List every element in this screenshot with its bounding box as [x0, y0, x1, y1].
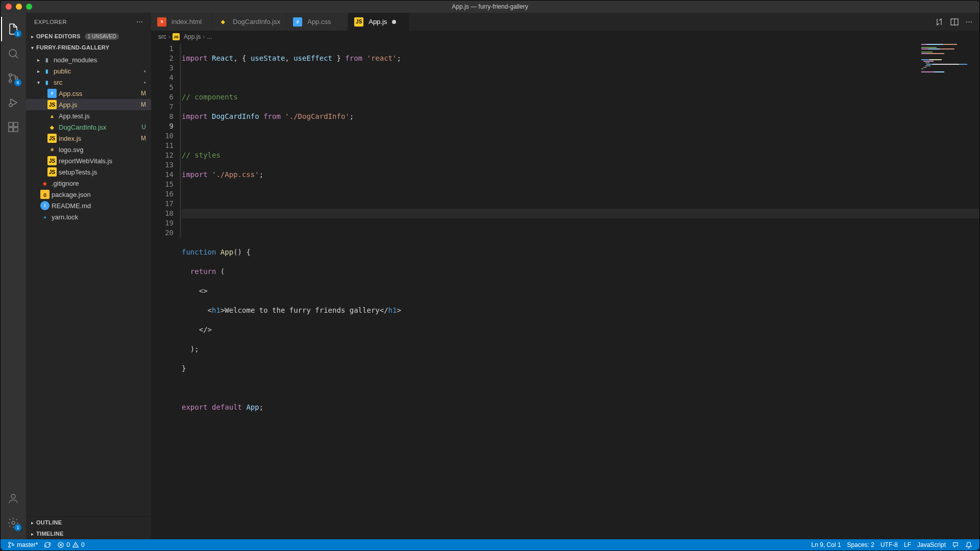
svg-point-11: [11, 494, 15, 498]
status-branch[interactable]: master*: [5, 539, 41, 550]
outline-section[interactable]: ▸ OUTLINE: [26, 517, 151, 528]
js-icon: JS: [47, 156, 57, 165]
tree-file-yarnlock[interactable]: ● yarn.lock: [26, 211, 151, 222]
tree-label: .gitignore: [52, 180, 146, 187]
breadcrumbs[interactable]: src › JS App.js › ...: [151, 31, 979, 43]
yarn-icon: ●: [40, 212, 50, 221]
window-close-button[interactable]: [6, 4, 12, 10]
markdown-icon: i: [40, 201, 50, 210]
tree-file-dogcard[interactable]: ◆ DogCardInfo.jsx U: [26, 121, 151, 133]
tree-file-appjs[interactable]: JS App.js M: [26, 99, 151, 110]
feedback-icon: [952, 541, 959, 548]
tree-label: README.md: [52, 202, 146, 210]
chevron-right-icon: ▸: [28, 531, 36, 537]
tree-label: setupTests.js: [59, 168, 146, 176]
tree-folder-node-modules[interactable]: ▸ ▮ node_modules: [26, 54, 151, 65]
status-feedback[interactable]: [949, 541, 962, 548]
tabs-bar: 5 index.html ◆ DogCardInfo.jsx # App.css…: [151, 13, 979, 31]
svg-point-0: [9, 49, 16, 57]
status-spaces[interactable]: Spaces: 2: [844, 541, 877, 548]
tab-label: App.js: [369, 18, 387, 26]
warning-count: 0: [81, 541, 85, 548]
status-sync[interactable]: [41, 539, 54, 550]
js-icon: JS: [173, 33, 180, 40]
tab-label: App.css: [307, 18, 331, 26]
chevron-down-icon: ▾: [34, 80, 42, 85]
modified-dot-icon: ●: [143, 69, 146, 73]
titlebar: App.js — furry-friend-gallery: [1, 1, 979, 13]
bell-icon: [965, 541, 972, 548]
tab-index-html[interactable]: 5 index.html: [151, 13, 212, 31]
tree-label: yarn.lock: [52, 213, 146, 221]
open-editors-label: OPEN EDITORS: [36, 33, 81, 39]
status-language[interactable]: JavaScript: [914, 541, 949, 548]
breadcrumb-item[interactable]: src: [158, 33, 166, 40]
chevron-right-icon: ›: [203, 33, 205, 40]
more-actions-icon[interactable]: ⋯: [966, 18, 972, 26]
explorer-badge: 1: [14, 30, 21, 37]
svg-rect-10: [14, 122, 18, 127]
window-minimize-button[interactable]: [16, 4, 22, 10]
tree-file-readme[interactable]: i README.md: [26, 200, 151, 211]
code-content[interactable]: import React, { useState, useEffect } fr…: [182, 43, 979, 539]
project-label: FURRY-FRIEND-GALLERY: [36, 44, 109, 51]
css-icon: #: [47, 89, 57, 98]
status-problems[interactable]: 0 0: [54, 539, 87, 550]
status-eol[interactable]: LF: [901, 541, 914, 548]
css-icon: #: [293, 17, 302, 27]
svg-point-17: [12, 544, 14, 546]
tree-file-reportwv[interactable]: JS reportWebVitals.js: [26, 155, 151, 166]
sidebar-more-icon[interactable]: ⋯: [136, 18, 143, 26]
tree-file-indexjs[interactable]: JS index.js M: [26, 133, 151, 144]
error-icon: [57, 541, 64, 548]
status-encoding[interactable]: UTF-8: [877, 541, 901, 548]
tree-file-setuptests[interactable]: JS setupTests.js: [26, 166, 151, 178]
compare-changes-icon[interactable]: [935, 18, 943, 26]
timeline-section[interactable]: ▸ TIMELINE: [26, 528, 151, 539]
tree-file-packagejson[interactable]: {} package.json: [26, 189, 151, 200]
minimap[interactable]: [921, 44, 972, 69]
chevron-down-icon: ▾: [28, 45, 36, 51]
activity-extensions[interactable]: [1, 115, 26, 139]
open-editors-section[interactable]: ▸ OPEN EDITORS 1 UNSAVED: [26, 31, 151, 42]
split-editor-icon[interactable]: [950, 18, 959, 26]
activity-account[interactable]: [1, 486, 26, 511]
chevron-right-icon: ▸: [28, 520, 36, 525]
tree-label: reportWebVitals.js: [59, 157, 146, 165]
window-title: App.js — furry-friend-gallery: [452, 3, 528, 10]
activity-explorer[interactable]: 1: [1, 17, 26, 41]
tree-file-logosvg[interactable]: ✶ logo.svg: [26, 144, 151, 155]
tab-dogcardinfo[interactable]: ◆ DogCardInfo.jsx: [212, 13, 287, 31]
tab-appjs[interactable]: JS App.js: [348, 13, 409, 31]
file-tree: ▸ ▮ node_modules ▸ ▮ public ● ▾ ▮ src ●: [26, 53, 151, 516]
activity-settings[interactable]: 1: [1, 511, 26, 535]
chevron-right-icon: ▸: [28, 34, 36, 39]
window-maximize-button[interactable]: [26, 4, 32, 10]
branch-name: master*: [17, 541, 38, 548]
tree-folder-src[interactable]: ▾ ▮ src ●: [26, 77, 151, 88]
project-section[interactable]: ▾ FURRY-FRIEND-GALLERY: [26, 42, 151, 53]
tree-label: DogCardInfo.jsx: [59, 123, 139, 131]
activity-debug[interactable]: [1, 90, 26, 115]
folder-icon: ▮: [42, 66, 52, 76]
activity-scm[interactable]: 6: [1, 66, 26, 90]
code-editor[interactable]: 1 2 3 4 5 6 7 8 9 10 11 12 13 14 15 16 1: [151, 43, 979, 539]
git-icon: ◆: [40, 179, 50, 188]
status-notifications[interactable]: [962, 541, 975, 548]
jsx-icon: ◆: [47, 122, 57, 132]
tab-appcss[interactable]: # App.css: [287, 13, 348, 31]
sync-icon: [44, 541, 51, 548]
tree-file-gitignore[interactable]: ◆ .gitignore: [26, 178, 151, 189]
svg-rect-7: [9, 122, 13, 127]
breadcrumb-item[interactable]: App.js: [184, 33, 201, 40]
status-cursor[interactable]: Ln 9, Col 1: [808, 541, 844, 548]
tree-file-apptest[interactable]: ▲ App.test.js: [26, 110, 151, 121]
dirty-indicator-icon: [392, 20, 396, 24]
activity-search[interactable]: [1, 41, 26, 66]
js-icon: JS: [354, 17, 363, 27]
tree-file-appcss[interactable]: # App.css M: [26, 88, 151, 99]
breadcrumb-item[interactable]: ...: [207, 33, 212, 40]
modified-decoration: M: [141, 90, 146, 97]
tree-folder-public[interactable]: ▸ ▮ public ●: [26, 65, 151, 77]
test-icon: ▲: [47, 111, 57, 120]
